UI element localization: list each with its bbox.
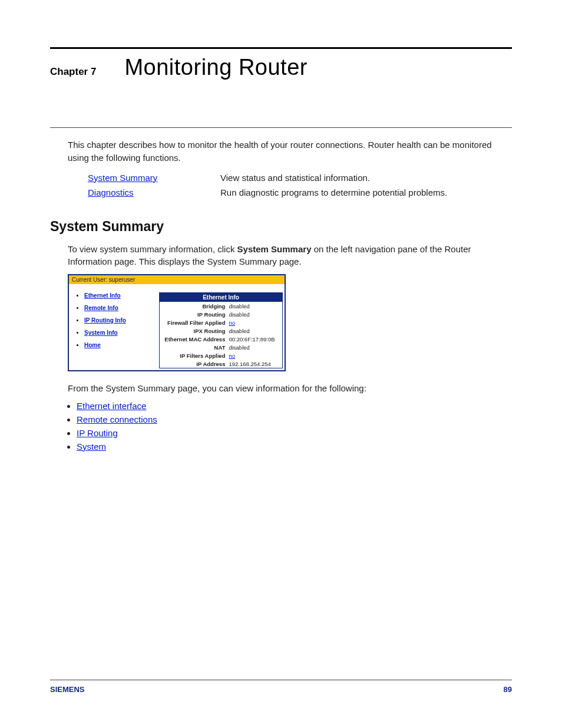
chapter-label: Chapter 7 — [50, 66, 96, 78]
panel-title: Ethernet Info — [160, 293, 283, 302]
intro-paragraph: This chapter describes how to monitor th… — [68, 139, 512, 164]
chapter-title: Monitoring Router — [124, 55, 308, 80]
footer-brand: SIEMENS — [50, 685, 85, 694]
info-key: IP Filters Applied — [160, 351, 227, 360]
after-text: From the System Summary page, you can vi… — [68, 382, 512, 395]
link-remote-connections[interactable]: Remote connections — [77, 414, 157, 424]
link-ethernet-interface[interactable]: Ethernet interface — [77, 401, 146, 411]
link-ip-routing[interactable]: IP Routing — [77, 428, 118, 438]
footer-page-number: 89 — [504, 685, 512, 694]
info-key: IPX Routing — [160, 327, 227, 335]
info-value[interactable]: no — [227, 318, 282, 327]
chapter-heading: Chapter 7 Monitoring Router — [50, 55, 512, 80]
info-value: disabled — [227, 327, 282, 335]
info-key: Ethernet MAC Address — [160, 335, 227, 343]
info-key: Firewall Filter Applied — [160, 318, 227, 327]
ethernet-info-table: Ethernet Info BridgingdisabledIP Routing… — [159, 292, 283, 368]
info-value: disabled — [227, 302, 282, 310]
nav-remote-info[interactable]: Remote Info — [84, 305, 118, 311]
info-value: 192.168.254.254 — [227, 360, 282, 368]
nav-home[interactable]: Home — [84, 342, 101, 348]
section-body-bold: System Summary — [237, 244, 312, 254]
info-value: disabled — [227, 310, 282, 318]
section-heading-system-summary: System Summary — [50, 219, 512, 235]
section-body: To view system summary information, clic… — [68, 243, 512, 269]
screenshot-nav: Ethernet Info Remote Info IP Routing Inf… — [69, 284, 157, 370]
info-value: disabled — [227, 343, 282, 351]
embedded-screenshot: Current User: superuser Ethernet Info Re… — [68, 274, 286, 371]
after-links-list: Ethernet interface Remote connections IP… — [77, 401, 512, 452]
info-key: NAT — [160, 343, 227, 351]
info-value: 00:20:6F:17:89:0B — [227, 335, 282, 343]
functions-table: System Summary View status and statistic… — [88, 173, 512, 197]
nav-ethernet-info[interactable]: Ethernet Info — [84, 292, 121, 299]
info-key: Bridging — [160, 302, 227, 310]
link-diagnostics[interactable]: Diagnostics — [88, 187, 134, 197]
screenshot-topbar: Current User: superuser — [69, 275, 285, 284]
info-key: IP Address — [160, 360, 227, 368]
desc-system-summary: View status and statistical information. — [220, 173, 512, 183]
info-value[interactable]: no — [227, 351, 282, 360]
section-body-pre: To view system summary information, clic… — [68, 244, 237, 254]
info-key: IP Routing — [160, 310, 227, 318]
nav-system-info[interactable]: System Info — [84, 330, 118, 336]
page-footer: SIEMENS 89 — [50, 680, 512, 694]
link-system-summary[interactable]: System Summary — [88, 173, 157, 183]
link-system[interactable]: System — [77, 442, 106, 452]
nav-ip-routing-info[interactable]: IP Routing Info — [84, 317, 126, 324]
desc-diagnostics: Run diagnostic programs to determine pot… — [220, 187, 512, 197]
